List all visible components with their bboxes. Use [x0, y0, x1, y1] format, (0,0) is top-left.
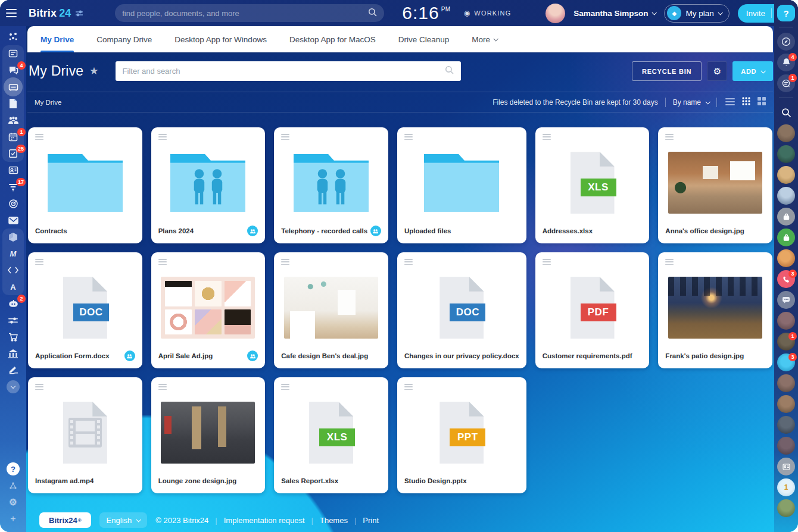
tab-drive-cleanup[interactable]: Drive Cleanup	[398, 26, 450, 52]
file-card[interactable]: Cafe design Ben's deal.jpg	[274, 252, 388, 368]
sidebar-item-copilot[interactable]: 2	[2, 295, 24, 312]
filter-search-input[interactable]	[123, 67, 445, 76]
tab-desktop-macos[interactable]: Desktop App for MacOS	[289, 26, 376, 52]
sidebar-item-drive[interactable]	[2, 79, 24, 95]
sidebar-item-crm[interactable]	[2, 162, 24, 179]
file-card[interactable]: Frank's patio design.jpg	[658, 252, 772, 368]
main-menu-icon[interactable]	[6, 6, 20, 20]
file-card[interactable]: Uploaded files	[397, 127, 526, 243]
sidebar-item-tasks[interactable]: 25	[2, 145, 24, 162]
tab-more[interactable]: More	[472, 26, 497, 52]
sidebar-collapse-chevron[interactable]	[2, 378, 24, 395]
breadcrumb[interactable]: My Drive	[35, 99, 61, 106]
settings-gear-button[interactable]: ⚙	[707, 61, 727, 81]
avatar[interactable]	[777, 437, 795, 455]
favorite-star-icon[interactable]: ★	[89, 65, 98, 77]
footer-link-implementation[interactable]: Implementation request	[224, 516, 305, 525]
global-search-input[interactable]	[122, 9, 368, 18]
avatar[interactable]	[777, 312, 795, 330]
sidebar-item-sign[interactable]	[2, 362, 24, 378]
file-card[interactable]: PDF Customer requirements.pdf	[535, 252, 650, 368]
file-card[interactable]: DOC Changes in our privacy policy.docx	[397, 252, 526, 368]
sidebar-item-structure[interactable]	[2, 477, 24, 494]
file-card[interactable]: PPT Studio Design.pptx	[397, 377, 526, 493]
avatar[interactable]: 3	[777, 353, 795, 371]
card-menu-icon[interactable]	[665, 134, 674, 140]
birthday-avatar[interactable]: 1	[777, 478, 795, 496]
sidebar-item-pulse[interactable]	[2, 29, 24, 45]
file-card[interactable]: Instagram ad.mp4	[28, 377, 142, 493]
avatar[interactable]	[777, 124, 795, 142]
sidebar-item-sites[interactable]	[2, 229, 24, 245]
footer-link-print[interactable]: Print	[363, 516, 379, 525]
tab-my-drive[interactable]: My Drive	[40, 26, 74, 52]
logo[interactable]: Bitrix 24	[29, 7, 83, 20]
card-menu-icon[interactable]	[404, 384, 413, 390]
sidebar-item-warehouse[interactable]	[2, 345, 24, 362]
search-icon[interactable]	[445, 65, 454, 77]
updates-compass-icon[interactable]	[777, 33, 795, 51]
sidebar-item-ai[interactable]: A	[2, 278, 24, 295]
avatar[interactable]	[777, 395, 795, 413]
work-status[interactable]: ◉ WORKING	[464, 9, 512, 17]
tab-desktop-windows[interactable]: Desktop App for Windows	[174, 26, 267, 52]
avatar[interactable]	[777, 416, 795, 434]
view-tiles-icon[interactable]	[758, 97, 766, 108]
user-menu[interactable]: Samantha Simpson	[573, 9, 656, 18]
card-menu-icon[interactable]	[665, 259, 674, 265]
card-menu-icon[interactable]	[281, 384, 289, 390]
view-list-icon[interactable]	[725, 97, 735, 108]
card-menu-icon[interactable]	[281, 134, 289, 140]
avatar[interactable]	[777, 145, 795, 163]
card-menu-icon[interactable]	[35, 384, 43, 390]
card-menu-icon[interactable]	[158, 259, 167, 265]
card-menu-icon[interactable]	[158, 384, 167, 390]
locked-chat-icon[interactable]	[777, 208, 795, 226]
file-card[interactable]: XLS Sales Report.xlsx	[274, 377, 388, 493]
sidebar-item-documents[interactable]	[2, 95, 24, 112]
avatar[interactable]: 1	[777, 333, 795, 351]
help-button[interactable]: ?	[777, 5, 795, 21]
sidebar-item-market[interactable]: M	[2, 245, 24, 262]
sidebar-item-calendar[interactable]: 1	[2, 129, 24, 145]
logo-settings-icon[interactable]	[76, 8, 83, 19]
user-avatar[interactable]	[545, 4, 565, 23]
messenger-icon[interactable]: 1	[777, 74, 795, 92]
footer-link-themes[interactable]: Themes	[320, 516, 348, 525]
avatar[interactable]	[777, 187, 795, 205]
avatar[interactable]	[777, 166, 795, 184]
sort-selector[interactable]: By name	[673, 98, 709, 107]
notifications-bell-icon[interactable]: 4	[777, 54, 795, 71]
search-icon[interactable]	[368, 8, 377, 19]
card-menu-icon[interactable]	[281, 259, 289, 265]
sidebar-item-webmail[interactable]	[2, 212, 24, 229]
clock[interactable]: 6:16 PM	[402, 4, 450, 22]
sidebar-item-devops[interactable]	[2, 262, 24, 278]
sidebar-add-button[interactable]: +	[2, 511, 24, 527]
tab-company-drive[interactable]: Company Drive	[96, 26, 152, 52]
card-menu-icon[interactable]	[35, 134, 43, 140]
sidebar-help-button[interactable]: ?	[2, 461, 24, 477]
file-card[interactable]: DOC Application Form.docx	[28, 252, 142, 368]
file-card[interactable]: Plans 2024	[151, 127, 266, 243]
card-menu-icon[interactable]	[543, 134, 551, 140]
group-chat-icon[interactable]	[777, 291, 795, 309]
add-button[interactable]: ADD	[732, 61, 773, 81]
card-menu-icon[interactable]	[404, 134, 413, 140]
file-card[interactable]: Contracts	[28, 127, 142, 243]
sidebar-settings-gear-icon[interactable]: ⚙	[2, 494, 24, 511]
footer-brand[interactable]: Bitrix24®	[39, 512, 91, 528]
telephony-phone-icon[interactable]: 3	[777, 270, 795, 288]
file-card[interactable]: April Sale Ad.jpg	[151, 252, 266, 368]
open-chat-icon[interactable]	[777, 229, 795, 246]
sidebar-item-marketing[interactable]	[2, 195, 24, 212]
sidebar-item-store[interactable]	[2, 328, 24, 345]
card-menu-icon[interactable]	[404, 259, 413, 265]
card-menu-icon[interactable]	[35, 259, 43, 265]
file-card[interactable]: Lounge zone design.jpg	[151, 377, 266, 493]
avatar[interactable]	[777, 249, 795, 267]
sidebar-item-messenger[interactable]: 4	[2, 62, 24, 79]
avatar[interactable]	[777, 499, 795, 517]
sidebar-item-automation[interactable]	[2, 312, 24, 328]
avatar[interactable]	[777, 374, 795, 392]
